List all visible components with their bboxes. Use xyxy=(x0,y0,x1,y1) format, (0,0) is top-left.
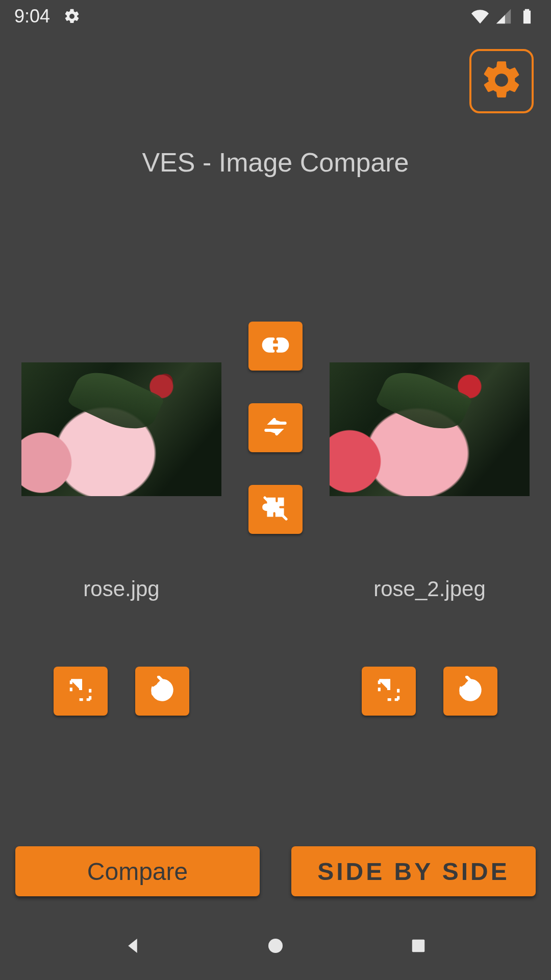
crop-icon xyxy=(374,676,403,706)
right-rotate-button[interactable] xyxy=(443,667,497,716)
status-settings-icon xyxy=(62,7,82,26)
right-filename: rose_2.jpeg xyxy=(373,577,486,601)
compare-button[interactable]: Compare xyxy=(15,846,260,896)
center-tools xyxy=(248,322,303,534)
link-icon xyxy=(261,331,290,361)
side-by-side-button-label: SIDE BY SIDE xyxy=(317,857,510,886)
android-status-bar: 9:04 xyxy=(0,0,551,33)
puzzle-off-icon xyxy=(261,494,290,525)
svg-rect-1 xyxy=(412,940,425,952)
swap-button[interactable] xyxy=(248,403,303,452)
app-title: VES - Image Compare xyxy=(0,147,551,178)
wifi-icon xyxy=(470,7,490,26)
gear-icon xyxy=(479,58,524,105)
rotate-icon xyxy=(456,676,485,706)
rotate-icon xyxy=(148,676,177,706)
side-by-side-button[interactable]: SIDE BY SIDE xyxy=(291,846,536,896)
left-image-thumbnail[interactable] xyxy=(21,362,221,496)
nav-back-button[interactable] xyxy=(122,935,143,959)
bottom-action-row: Compare SIDE BY SIDE xyxy=(15,846,536,896)
cell-signal-icon xyxy=(494,7,513,26)
compare-area: rose.jpg xyxy=(0,322,551,716)
right-image-panel: rose_2.jpeg xyxy=(330,322,530,716)
right-crop-button[interactable] xyxy=(362,667,416,716)
nav-home-button[interactable] xyxy=(265,935,286,959)
left-filename: rose.jpg xyxy=(83,577,159,601)
link-sync-button[interactable] xyxy=(248,322,303,371)
status-time: 9:04 xyxy=(14,6,50,27)
left-crop-button[interactable] xyxy=(54,667,108,716)
app-settings-button[interactable] xyxy=(469,49,534,113)
battery-icon xyxy=(517,7,537,26)
puzzle-disabled-button[interactable] xyxy=(248,485,303,534)
svg-point-0 xyxy=(268,939,283,953)
crop-icon xyxy=(66,676,95,706)
right-image-thumbnail[interactable] xyxy=(330,362,530,496)
swap-icon xyxy=(261,412,290,443)
left-image-panel: rose.jpg xyxy=(21,322,221,716)
android-nav-bar xyxy=(0,914,551,980)
left-rotate-button[interactable] xyxy=(135,667,189,716)
compare-button-label: Compare xyxy=(87,857,188,886)
nav-recent-button[interactable] xyxy=(408,935,429,959)
